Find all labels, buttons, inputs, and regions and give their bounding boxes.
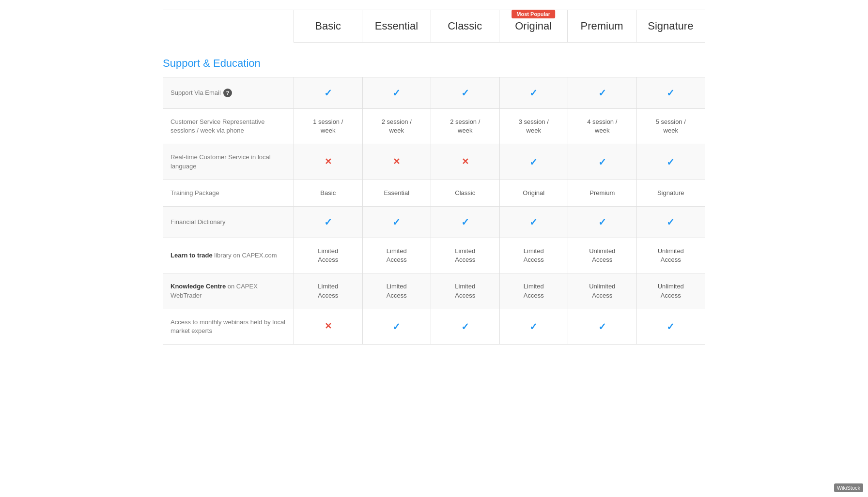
check-icon: ✓ xyxy=(461,88,469,98)
value-cell-r5-c4: Unlimited Access xyxy=(568,238,637,273)
header-essential: Essential xyxy=(362,10,431,43)
plan-name-premium: Premium xyxy=(573,20,631,32)
value-cell-r1-c4: 4 session / week xyxy=(568,109,637,144)
value-cell-r7-c2: ✓ xyxy=(431,309,500,344)
check-icon: ✓ xyxy=(598,88,606,98)
feature-cell: Learn to trade library on CAPEX.com xyxy=(163,238,294,273)
value-cell-r4-c5: ✓ xyxy=(636,206,705,238)
value-cell-r5-c3: Limited Access xyxy=(499,238,568,273)
feature-cell: Real-time Customer Service in local lang… xyxy=(163,144,294,180)
check-icon: ✓ xyxy=(529,217,538,227)
check-icon: ✓ xyxy=(529,157,538,167)
check-icon: ✓ xyxy=(598,217,606,227)
comparison-table: Support Via Email?✓✓✓✓✓✓Customer Service… xyxy=(163,77,705,345)
value-cell-r0-c0: ✓ xyxy=(294,77,363,109)
cross-icon: ✕ xyxy=(393,157,400,166)
value-cell-r5-c1: Limited Access xyxy=(362,238,431,273)
value-cell-r1-c5: 5 session / week xyxy=(636,109,705,144)
check-icon: ✓ xyxy=(666,88,675,98)
page-wrapper: BasicEssentialClassicMost PopularOrigina… xyxy=(143,0,725,354)
value-cell-r0-c2: ✓ xyxy=(431,77,500,109)
value-cell-r6-c4: Unlimited Access xyxy=(568,273,637,309)
plan-name-essential: Essential xyxy=(367,20,425,32)
feature-cell: Access to monthly webinars held by local… xyxy=(163,309,294,344)
value-cell-r6-c0: Limited Access xyxy=(294,273,363,309)
check-icon: ✓ xyxy=(666,321,675,332)
table-row: Knowledge Centre on CAPEX WebTraderLimit… xyxy=(163,273,705,309)
value-cell-r6-c1: Limited Access xyxy=(362,273,431,309)
value-cell-r5-c2: Limited Access xyxy=(431,238,500,273)
plan-name-original: Original xyxy=(504,20,562,32)
table-row: Real-time Customer Service in local lang… xyxy=(163,144,705,180)
value-cell-r2-c4: ✓ xyxy=(568,144,637,180)
header-premium: Premium xyxy=(568,10,636,43)
value-cell-r1-c2: 2 session / week xyxy=(431,109,500,144)
value-cell-r0-c5: ✓ xyxy=(636,77,705,109)
value-cell-r6-c2: Limited Access xyxy=(431,273,500,309)
value-cell-r2-c3: ✓ xyxy=(499,144,568,180)
check-icon: ✓ xyxy=(392,88,401,98)
value-cell-r3-c2: Classic xyxy=(431,180,500,206)
value-cell-r1-c1: 2 session / week xyxy=(362,109,431,144)
value-cell-r3-c4: Premium xyxy=(568,180,637,206)
check-icon: ✓ xyxy=(461,321,469,332)
value-cell-r4-c0: ✓ xyxy=(294,206,363,238)
check-icon: ✓ xyxy=(392,321,401,332)
value-cell-r6-c5: Unlimited Access xyxy=(636,273,705,309)
header-basic: Basic xyxy=(294,10,362,43)
check-icon: ✓ xyxy=(529,88,538,98)
plans-header: BasicEssentialClassicMost PopularOrigina… xyxy=(163,10,705,43)
value-cell-r5-c0: Limited Access xyxy=(294,238,363,273)
value-cell-r3-c5: Signature xyxy=(636,180,705,206)
value-cell-r7-c5: ✓ xyxy=(636,309,705,344)
feature-cell: Knowledge Centre on CAPEX WebTrader xyxy=(163,273,294,309)
feature-cell: Support Via Email? xyxy=(163,77,294,109)
plan-name-classic: Classic xyxy=(436,20,494,32)
check-icon: ✓ xyxy=(598,321,606,332)
value-cell-r7-c4: ✓ xyxy=(568,309,637,344)
check-icon: ✓ xyxy=(598,157,606,167)
value-cell-r4-c1: ✓ xyxy=(362,206,431,238)
value-cell-r2-c2: ✕ xyxy=(431,144,500,180)
value-cell-r5-c5: Unlimited Access xyxy=(636,238,705,273)
value-cell-r2-c1: ✕ xyxy=(362,144,431,180)
value-cell-r1-c3: 3 session / week xyxy=(499,109,568,144)
header-classic: Classic xyxy=(431,10,499,43)
value-cell-r4-c3: ✓ xyxy=(499,206,568,238)
value-cell-r0-c1: ✓ xyxy=(362,77,431,109)
value-cell-r2-c5: ✓ xyxy=(636,144,705,180)
value-cell-r7-c0: ✕ xyxy=(294,309,363,344)
header-original: Most PopularOriginal xyxy=(499,10,568,43)
table-row: Support Via Email?✓✓✓✓✓✓ xyxy=(163,77,705,109)
value-cell-r4-c4: ✓ xyxy=(568,206,637,238)
table-row: Financial Dictionary✓✓✓✓✓✓ xyxy=(163,206,705,238)
value-cell-r7-c3: ✓ xyxy=(499,309,568,344)
table-row: Access to monthly webinars held by local… xyxy=(163,309,705,344)
check-icon: ✓ xyxy=(324,217,332,227)
feature-cell: Customer Service Representative sessions… xyxy=(163,109,294,144)
value-cell-r7-c1: ✓ xyxy=(362,309,431,344)
header-signature: Signature xyxy=(636,10,705,43)
plan-name-basic: Basic xyxy=(299,20,357,32)
value-cell-r3-c1: Essential xyxy=(362,180,431,206)
check-icon: ✓ xyxy=(529,321,538,332)
value-cell-r6-c3: Limited Access xyxy=(499,273,568,309)
check-icon: ✓ xyxy=(392,217,401,227)
cross-icon: ✕ xyxy=(325,321,332,331)
section-title: Support & Education xyxy=(163,57,705,70)
value-cell-r0-c3: ✓ xyxy=(499,77,568,109)
table-row: Training PackageBasicEssentialClassicOri… xyxy=(163,180,705,206)
value-cell-r2-c0: ✕ xyxy=(294,144,363,180)
table-row: Learn to trade library on CAPEX.comLimit… xyxy=(163,238,705,273)
check-icon: ✓ xyxy=(666,157,675,167)
table-row: Customer Service Representative sessions… xyxy=(163,109,705,144)
check-icon: ✓ xyxy=(461,217,469,227)
value-cell-r4-c2: ✓ xyxy=(431,206,500,238)
most-popular-badge: Most Popular xyxy=(512,10,555,18)
value-cell-r3-c0: Basic xyxy=(294,180,363,206)
check-icon: ✓ xyxy=(666,217,675,227)
value-cell-r1-c0: 1 session / week xyxy=(294,109,363,144)
help-icon[interactable]: ? xyxy=(223,89,232,97)
cross-icon: ✕ xyxy=(325,157,332,166)
check-icon: ✓ xyxy=(324,88,332,98)
